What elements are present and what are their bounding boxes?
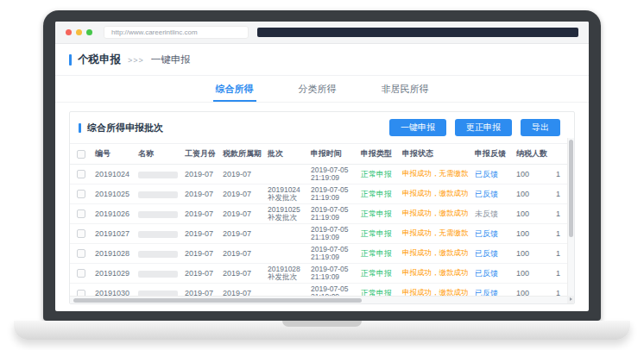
cell-salary-month: 2019-07 — [182, 264, 220, 284]
cell-feedback: 已反馈 — [472, 165, 514, 184]
column-header-salary-month: 工资月份 — [182, 144, 220, 165]
cell-tax-period: 2019-07 — [220, 204, 265, 224]
cell-name — [136, 224, 182, 244]
cell-id: 20191024 — [92, 165, 136, 184]
cell-tax-period: 2019-07 — [220, 184, 265, 204]
cell-declare-type: 正常申报 — [358, 204, 400, 224]
cell-tax-period: 2019-07 — [220, 244, 265, 264]
declare-clock: 21:19:09 — [311, 253, 356, 262]
row-checkbox[interactable] — [77, 209, 85, 218]
cell-tax-period: 2019-07 — [220, 165, 265, 184]
cell-feedback: 未反馈 — [472, 204, 514, 224]
batch-label: 补发批次 — [268, 194, 306, 203]
table-header-row: 编号 名称 工资月份 税款所属期 批次 申报时间 申报类型 申报状态 申报反馈 … — [70, 144, 574, 165]
toolbar-strip — [257, 28, 578, 37]
tab-comprehensive-income[interactable]: 综合所得 — [213, 76, 256, 102]
cell-feedback: 已反馈 — [472, 224, 514, 244]
cell-select — [70, 224, 92, 244]
cell-salary-month: 2019-07 — [182, 165, 220, 184]
declare-clock: 21:19:09 — [311, 214, 356, 222]
window-minimize-icon[interactable] — [76, 29, 82, 35]
column-header-declare-time: 申报时间 — [308, 144, 358, 165]
cell-taxpayers: 100 — [514, 244, 553, 264]
cell-id: 20191029 — [92, 264, 136, 284]
cell-id: 20191027 — [92, 224, 136, 244]
cell-declare-status: 申报成功，无需缴款 — [400, 224, 472, 244]
cell-taxpayers: 100 — [514, 165, 553, 184]
table-row: 20191026 2019-07 2019-07 20191025 补发批次 2… — [70, 204, 574, 224]
horizontal-scrollbar[interactable] — [70, 296, 567, 303]
table-row: 20191024 2019-07 2019-07 2019-07-05 21:1… — [70, 165, 574, 184]
row-checkbox[interactable] — [77, 229, 85, 238]
column-header-select — [70, 144, 92, 165]
window-close-icon[interactable] — [66, 29, 72, 35]
cell-select — [70, 244, 92, 264]
horizontal-scrollbar-thumb[interactable] — [73, 298, 362, 303]
table-row: 20191029 2019-07 2019-07 20191028 补发批次 2… — [70, 264, 574, 284]
redacted-name-placeholder — [138, 191, 178, 198]
cell-salary-month: 2019-07 — [182, 244, 220, 264]
export-button[interactable]: 导出 — [521, 119, 560, 136]
panel-title: 综合所得申报批次 — [87, 122, 163, 134]
cell-declare-time: 2019-07-05 21:19:09 — [308, 224, 358, 244]
title-accent-bar — [69, 54, 72, 66]
cell-taxpayers: 100 — [514, 184, 553, 204]
column-header-declare-status: 申报状态 — [400, 144, 472, 165]
cell-tax-period: 2019-07 — [220, 224, 265, 244]
cell-batch — [265, 165, 308, 184]
column-header-feedback: 申报反馈 — [472, 144, 514, 165]
cell-feedback: 已反馈 — [472, 244, 514, 264]
window-maximize-icon[interactable] — [86, 29, 92, 35]
cell-declare-status: 申报成功，缴款成功 — [400, 264, 472, 284]
cell-select — [70, 204, 92, 224]
select-all-checkbox[interactable] — [77, 150, 85, 159]
cell-salary-month: 2019-07 — [182, 204, 220, 224]
row-checkbox[interactable] — [77, 190, 85, 198]
vertical-scrollbar-thumb[interactable] — [569, 140, 573, 237]
cell-id: 20191026 — [92, 204, 136, 224]
batch-label: 补发批次 — [268, 214, 306, 222]
redacted-name-placeholder — [138, 231, 178, 238]
redacted-name-placeholder — [138, 211, 178, 218]
page-title: 个税申报 — [78, 53, 121, 67]
row-checkbox[interactable] — [77, 249, 85, 258]
address-bar[interactable]: http://www.careerintlinc.com — [104, 26, 249, 39]
cell-name — [136, 184, 182, 204]
cell-name — [136, 165, 182, 184]
table-row: 20191027 2019-07 2019-07 2019-07-05 21:1… — [70, 224, 574, 244]
cell-declare-type: 正常申报 — [358, 184, 400, 204]
cell-declare-status: 申报成功，无需缴款 — [400, 165, 472, 184]
scrollbar-corner — [567, 296, 574, 303]
cell-batch: 20191025 补发批次 — [265, 204, 308, 224]
cell-select — [70, 264, 92, 284]
cell-name — [136, 264, 182, 284]
cell-declare-status: 申报成功，缴款成功 — [400, 204, 472, 224]
cell-batch — [265, 224, 308, 244]
redacted-name-placeholder — [138, 251, 178, 258]
row-checkbox[interactable] — [77, 170, 85, 178]
column-header-taxpayers: 纳税人数 — [514, 144, 553, 165]
cell-tax-period: 2019-07 — [220, 264, 265, 284]
batch-label: 补发批次 — [268, 273, 306, 282]
row-checkbox[interactable] — [77, 269, 85, 278]
breadcrumb-separator: >>> — [128, 56, 144, 65]
action-buttons: 一键申报 更正申报 导出 — [389, 119, 565, 136]
column-header-name: 名称 — [136, 144, 182, 165]
vertical-scrollbar[interactable] — [567, 138, 574, 296]
browser-chrome: http://www.careerintlinc.com — [55, 22, 589, 44]
redacted-name-placeholder — [138, 172, 178, 178]
declare-clock: 21:19:09 — [311, 174, 356, 183]
table-viewport: 编号 名称 工资月份 税款所属期 批次 申报时间 申报类型 申报状态 申报反馈 … — [70, 143, 574, 303]
cell-select — [70, 184, 92, 204]
cell-taxpayers: 100 — [514, 264, 553, 284]
tab-classified-income[interactable]: 分类所得 — [296, 76, 339, 102]
batch-panel: 综合所得申报批次 一键申报 更正申报 导出 — [69, 111, 575, 304]
laptop-screen-frame: http://www.careerintlinc.com 个税申报 >>> 一键… — [43, 10, 601, 321]
cell-declare-time: 2019-07-05 21:19:09 — [308, 184, 358, 204]
declare-clock: 21:19:09 — [311, 273, 356, 282]
correct-declare-button[interactable]: 更正申报 — [455, 119, 512, 136]
cell-taxpayers: 100 — [514, 204, 553, 224]
one-click-declare-button[interactable]: 一键申报 — [389, 119, 446, 136]
tab-nonresident-income[interactable]: 非居民所得 — [379, 76, 432, 102]
income-type-tabs: 综合所得 分类所得 非居民所得 — [55, 76, 589, 103]
